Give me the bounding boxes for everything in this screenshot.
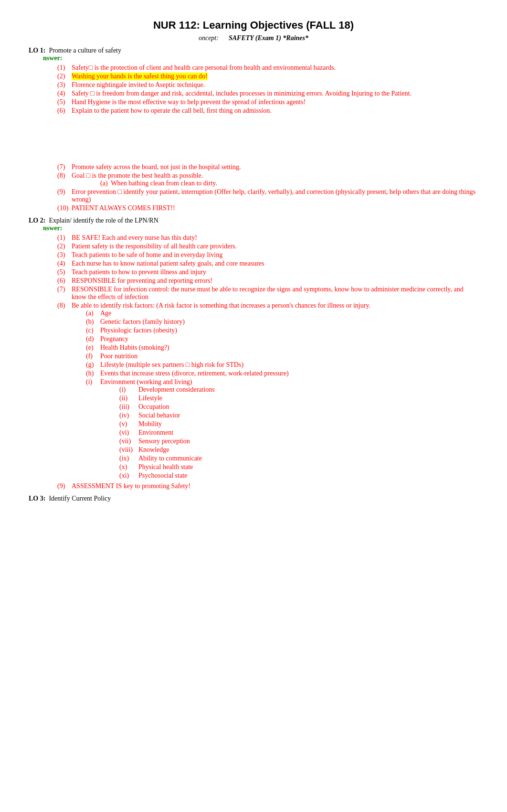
item-num: (1)	[57, 234, 72, 242]
sub-item-label: (f)	[86, 353, 100, 360]
item-text: Hand Hygiene is the most effective way t…	[72, 98, 306, 106]
list-item: (8) Goal □ is the promote the best healt…	[57, 172, 478, 187]
item-num: (5)	[57, 98, 72, 106]
sub-item-label: (g)	[86, 361, 100, 369]
lo2-title: LO 2: Explain/ identify the role of the …	[29, 217, 478, 224]
item-text: Florence nightingale invited to Aseptic …	[72, 81, 205, 89]
item-text: Goal □ is the promote the best health as…	[72, 172, 203, 179]
sub-sub-items: (i) Development considerations (ii) Life…	[119, 386, 478, 480]
sub-sub-label: (xi)	[119, 472, 138, 480]
sub-item: (i) Environment (working and living) (i)…	[86, 378, 478, 481]
item-num: (3)	[57, 81, 72, 89]
sub-sub-label: (i)	[119, 386, 138, 394]
lo1-block: LO 1: Promote a culture of safety nswer:…	[29, 47, 478, 212]
list-item: (1) BE SAFE! Each and every nurse has th…	[57, 234, 478, 242]
item-text: Patient safety is the responsibility of …	[72, 243, 237, 250]
lo3-title: LO 3: Identify Current Policy	[29, 495, 478, 502]
spacer	[29, 116, 478, 163]
sub-sub-text: Lifestyle	[138, 395, 162, 402]
item-num: (4)	[57, 90, 72, 97]
item-text: Safety □ is freedom from danger and risk…	[72, 90, 412, 97]
sub-sub-text: Physical health state	[138, 463, 193, 471]
list-item: (9) ASSESSMENT IS key to promoting Safet…	[57, 482, 478, 490]
item-text: Washing your hands is the safest thing y…	[72, 73, 208, 80]
list-item: (7) Promote safety across the board, not…	[57, 163, 478, 171]
list-item: (6) RESPONSIBLE for preventing and repor…	[57, 277, 478, 285]
sub-sub-label: (iii)	[119, 403, 138, 411]
list-item: (6) Explain to the patient how to operat…	[57, 107, 478, 115]
item-num: (2)	[57, 243, 72, 250]
item-text: Each nurse has to know national patient …	[72, 260, 264, 267]
sub-item: (a) Age	[86, 310, 478, 317]
sub-item: (h) Events that increase stress (divorce…	[86, 370, 478, 377]
sub-sub-label: (x)	[119, 463, 138, 471]
item-text: Teach patients to be safe of home and in…	[72, 251, 222, 259]
item-num: (7)	[57, 286, 72, 301]
item-content: Goal □ is the promote the best health as…	[72, 172, 217, 187]
item-text: RESPONSIBLE for preventing and reporting…	[72, 277, 212, 285]
list-item: (2) Patient safety is the responsibility…	[57, 243, 478, 250]
sub-item-label: (c)	[86, 327, 100, 334]
list-item: (9) Error prevention □ identify your pat…	[57, 188, 478, 203]
concept-value: SAFETY (Exam 1) *Raines*	[229, 34, 308, 42]
sub-sub-label: (viii)	[119, 446, 138, 454]
sub-sub-text: Occupation	[138, 403, 169, 411]
sub-item-label: (b)	[86, 318, 100, 326]
item-num: (8)	[57, 302, 72, 481]
sub-item-label: (a) When bathing clean from clean to dir…	[100, 180, 217, 187]
item-num: (3)	[57, 251, 72, 259]
sub-sub-item: (iv) Social behavior	[119, 412, 478, 419]
sub-sub-text: Environment	[138, 429, 173, 437]
list-item: (8) Be able to identify risk factors: (A…	[57, 302, 478, 481]
sub-item: (c) Physiologic factors (obesity)	[86, 327, 478, 334]
sub-sub-item: (v) Mobility	[119, 420, 478, 428]
sub-item-text: Physiologic factors (obesity)	[100, 327, 177, 334]
item-num: (6)	[57, 107, 72, 115]
list-item: (7) RESONSIBLE for infection control: th…	[57, 286, 478, 301]
sub-item-content: Environment (working and living) (i) Dev…	[100, 378, 478, 481]
list-item: (4) Each nurse has to know national pati…	[57, 260, 478, 267]
sub-item-text: Pregnancy	[100, 335, 128, 343]
lo2-answer-label: nswer:	[43, 224, 478, 232]
sub-sub-item: (vii) Sensory perception	[119, 438, 478, 445]
sub-sub-label: (vi)	[119, 429, 138, 437]
item-num: (7)	[57, 163, 72, 171]
sub-item-label: (d)	[86, 335, 100, 343]
lo2-label: LO 2:	[29, 217, 45, 224]
sub-sub-label: (ix)	[119, 455, 138, 462]
sub-sub-label: (vii)	[119, 438, 138, 445]
lo1-title: LO 1: Promote a culture of safety	[29, 47, 478, 54]
sub-item-text: Environment (working and living)	[100, 378, 192, 385]
lo3-label: LO 3:	[29, 495, 45, 502]
list-item: (5) Hand Hygiene is the most effective w…	[57, 98, 478, 106]
lo2-items: (1) BE SAFE! Each and every nurse has th…	[57, 234, 478, 490]
lo1-text: Promote a culture of safety	[49, 47, 121, 54]
sub-sub-text: Knowledge	[138, 446, 169, 454]
item-num: (6)	[57, 277, 72, 285]
lo2-block: LO 2: Explain/ identify the role of the …	[29, 217, 478, 490]
sub-sub-item: (i) Development considerations	[119, 386, 478, 394]
item-num: (1)	[57, 64, 72, 72]
sub-sub-label: (ii)	[119, 395, 138, 402]
lo2-text: Explain/ identify the role of the LPN/RN	[49, 217, 158, 224]
item-num: (10)	[57, 204, 72, 212]
list-item: (2) Washing your hands is the safest thi…	[57, 73, 478, 80]
sub-item-text: Age	[100, 310, 111, 317]
sub-item-text: Lifestyle (multiple sex partners □ high …	[100, 361, 243, 369]
sub-sub-label: (iv)	[119, 412, 138, 419]
list-item: (3) Florence nightingale invited to Asep…	[57, 81, 478, 89]
item-num: (5)	[57, 268, 72, 276]
sub-item-text: Poor nutrition	[100, 353, 137, 360]
sub-sub-text: Social behavior	[138, 412, 180, 419]
sub-sub-item: (vi) Environment	[119, 429, 478, 437]
sub-item: (b) Genetic factors (family history)	[86, 318, 478, 326]
sub-sub-item: (viii) Knowledge	[119, 446, 478, 454]
sub-item-label: (i)	[86, 378, 100, 481]
lo3-text: Identify Current Policy	[49, 495, 111, 502]
sub-item-label: (e)	[86, 344, 100, 352]
item-text: PATIENT ALWAYS COMES FIRST!!	[72, 204, 175, 212]
sub-sub-text: Development considerations	[138, 386, 215, 394]
sub-sub-label: (v)	[119, 420, 138, 428]
sub-sub-item: (ii) Lifestyle	[119, 395, 478, 402]
sub-sub-text: Psychosocial state	[138, 472, 187, 480]
